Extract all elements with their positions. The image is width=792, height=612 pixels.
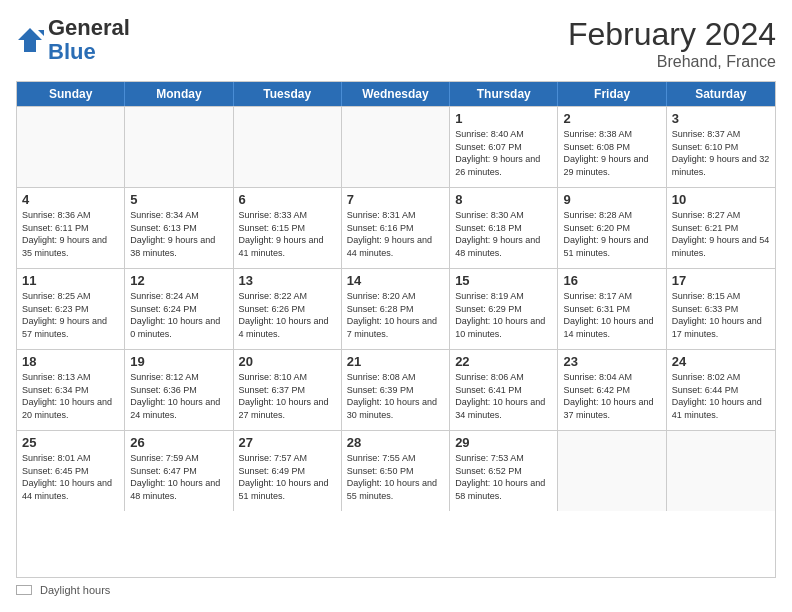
day-number: 13 [239, 273, 336, 288]
calendar-cell: 20Sunrise: 8:10 AM Sunset: 6:37 PM Dayli… [234, 350, 342, 430]
calendar-cell [125, 107, 233, 187]
calendar-header-cell: Thursday [450, 82, 558, 106]
day-info: Sunrise: 8:28 AM Sunset: 6:20 PM Dayligh… [563, 209, 660, 259]
calendar-cell [667, 431, 775, 511]
calendar-cell: 15Sunrise: 8:19 AM Sunset: 6:29 PM Dayli… [450, 269, 558, 349]
calendar-cell: 9Sunrise: 8:28 AM Sunset: 6:20 PM Daylig… [558, 188, 666, 268]
day-info: Sunrise: 8:20 AM Sunset: 6:28 PM Dayligh… [347, 290, 444, 340]
day-number: 16 [563, 273, 660, 288]
day-info: Sunrise: 8:15 AM Sunset: 6:33 PM Dayligh… [672, 290, 770, 340]
day-info: Sunrise: 8:31 AM Sunset: 6:16 PM Dayligh… [347, 209, 444, 259]
day-info: Sunrise: 8:13 AM Sunset: 6:34 PM Dayligh… [22, 371, 119, 421]
calendar-header: SundayMondayTuesdayWednesdayThursdayFrid… [17, 82, 775, 106]
day-number: 20 [239, 354, 336, 369]
day-number: 8 [455, 192, 552, 207]
main-title: February 2024 [568, 16, 776, 53]
calendar-cell: 26Sunrise: 7:59 AM Sunset: 6:47 PM Dayli… [125, 431, 233, 511]
day-info: Sunrise: 8:38 AM Sunset: 6:08 PM Dayligh… [563, 128, 660, 178]
calendar-header-cell: Sunday [17, 82, 125, 106]
logo-icon [16, 26, 44, 54]
svg-marker-0 [18, 28, 42, 52]
svg-marker-1 [38, 30, 44, 36]
day-info: Sunrise: 8:01 AM Sunset: 6:45 PM Dayligh… [22, 452, 119, 502]
footer: Daylight hours [16, 584, 776, 596]
day-info: Sunrise: 8:30 AM Sunset: 6:18 PM Dayligh… [455, 209, 552, 259]
day-number: 29 [455, 435, 552, 450]
day-info: Sunrise: 8:22 AM Sunset: 6:26 PM Dayligh… [239, 290, 336, 340]
calendar-cell [234, 107, 342, 187]
calendar-cell: 22Sunrise: 8:06 AM Sunset: 6:41 PM Dayli… [450, 350, 558, 430]
day-number: 21 [347, 354, 444, 369]
day-info: Sunrise: 8:19 AM Sunset: 6:29 PM Dayligh… [455, 290, 552, 340]
legend-box [16, 585, 32, 595]
calendar-cell: 5Sunrise: 8:34 AM Sunset: 6:13 PM Daylig… [125, 188, 233, 268]
calendar-cell: 11Sunrise: 8:25 AM Sunset: 6:23 PM Dayli… [17, 269, 125, 349]
calendar: SundayMondayTuesdayWednesdayThursdayFrid… [16, 81, 776, 578]
calendar-week: 11Sunrise: 8:25 AM Sunset: 6:23 PM Dayli… [17, 268, 775, 349]
calendar-cell: 29Sunrise: 7:53 AM Sunset: 6:52 PM Dayli… [450, 431, 558, 511]
page: General Blue February 2024 Brehand, Fran… [0, 0, 792, 612]
calendar-cell: 4Sunrise: 8:36 AM Sunset: 6:11 PM Daylig… [17, 188, 125, 268]
calendar-week: 18Sunrise: 8:13 AM Sunset: 6:34 PM Dayli… [17, 349, 775, 430]
calendar-cell: 7Sunrise: 8:31 AM Sunset: 6:16 PM Daylig… [342, 188, 450, 268]
calendar-cell: 13Sunrise: 8:22 AM Sunset: 6:26 PM Dayli… [234, 269, 342, 349]
day-info: Sunrise: 8:34 AM Sunset: 6:13 PM Dayligh… [130, 209, 227, 259]
day-number: 28 [347, 435, 444, 450]
calendar-cell [342, 107, 450, 187]
day-number: 6 [239, 192, 336, 207]
calendar-week: 25Sunrise: 8:01 AM Sunset: 6:45 PM Dayli… [17, 430, 775, 511]
calendar-cell [17, 107, 125, 187]
day-info: Sunrise: 8:27 AM Sunset: 6:21 PM Dayligh… [672, 209, 770, 259]
day-info: Sunrise: 8:04 AM Sunset: 6:42 PM Dayligh… [563, 371, 660, 421]
day-info: Sunrise: 7:59 AM Sunset: 6:47 PM Dayligh… [130, 452, 227, 502]
day-number: 18 [22, 354, 119, 369]
day-info: Sunrise: 8:33 AM Sunset: 6:15 PM Dayligh… [239, 209, 336, 259]
day-info: Sunrise: 8:02 AM Sunset: 6:44 PM Dayligh… [672, 371, 770, 421]
calendar-cell: 2Sunrise: 8:38 AM Sunset: 6:08 PM Daylig… [558, 107, 666, 187]
subtitle: Brehand, France [568, 53, 776, 71]
day-number: 3 [672, 111, 770, 126]
day-info: Sunrise: 8:24 AM Sunset: 6:24 PM Dayligh… [130, 290, 227, 340]
calendar-cell: 23Sunrise: 8:04 AM Sunset: 6:42 PM Dayli… [558, 350, 666, 430]
day-number: 19 [130, 354, 227, 369]
day-number: 24 [672, 354, 770, 369]
calendar-cell: 1Sunrise: 8:40 AM Sunset: 6:07 PM Daylig… [450, 107, 558, 187]
calendar-cell: 8Sunrise: 8:30 AM Sunset: 6:18 PM Daylig… [450, 188, 558, 268]
logo: General Blue [16, 16, 130, 64]
day-number: 11 [22, 273, 119, 288]
logo-text: General Blue [48, 16, 130, 64]
calendar-week: 1Sunrise: 8:40 AM Sunset: 6:07 PM Daylig… [17, 106, 775, 187]
day-number: 2 [563, 111, 660, 126]
calendar-cell: 28Sunrise: 7:55 AM Sunset: 6:50 PM Dayli… [342, 431, 450, 511]
calendar-cell [558, 431, 666, 511]
calendar-header-cell: Wednesday [342, 82, 450, 106]
day-number: 4 [22, 192, 119, 207]
day-number: 14 [347, 273, 444, 288]
calendar-header-cell: Friday [558, 82, 666, 106]
calendar-cell: 16Sunrise: 8:17 AM Sunset: 6:31 PM Dayli… [558, 269, 666, 349]
calendar-cell: 14Sunrise: 8:20 AM Sunset: 6:28 PM Dayli… [342, 269, 450, 349]
title-section: February 2024 Brehand, France [568, 16, 776, 71]
day-number: 27 [239, 435, 336, 450]
day-number: 15 [455, 273, 552, 288]
calendar-cell: 24Sunrise: 8:02 AM Sunset: 6:44 PM Dayli… [667, 350, 775, 430]
day-number: 17 [672, 273, 770, 288]
calendar-header-cell: Saturday [667, 82, 775, 106]
legend-label: Daylight hours [40, 584, 110, 596]
day-number: 25 [22, 435, 119, 450]
calendar-cell: 6Sunrise: 8:33 AM Sunset: 6:15 PM Daylig… [234, 188, 342, 268]
day-number: 12 [130, 273, 227, 288]
calendar-cell: 21Sunrise: 8:08 AM Sunset: 6:39 PM Dayli… [342, 350, 450, 430]
day-number: 10 [672, 192, 770, 207]
calendar-header-cell: Tuesday [234, 82, 342, 106]
calendar-cell: 19Sunrise: 8:12 AM Sunset: 6:36 PM Dayli… [125, 350, 233, 430]
calendar-cell: 17Sunrise: 8:15 AM Sunset: 6:33 PM Dayli… [667, 269, 775, 349]
day-info: Sunrise: 7:57 AM Sunset: 6:49 PM Dayligh… [239, 452, 336, 502]
day-number: 1 [455, 111, 552, 126]
day-info: Sunrise: 7:55 AM Sunset: 6:50 PM Dayligh… [347, 452, 444, 502]
calendar-week: 4Sunrise: 8:36 AM Sunset: 6:11 PM Daylig… [17, 187, 775, 268]
day-info: Sunrise: 8:17 AM Sunset: 6:31 PM Dayligh… [563, 290, 660, 340]
calendar-cell: 27Sunrise: 7:57 AM Sunset: 6:49 PM Dayli… [234, 431, 342, 511]
day-info: Sunrise: 7:53 AM Sunset: 6:52 PM Dayligh… [455, 452, 552, 502]
day-number: 22 [455, 354, 552, 369]
